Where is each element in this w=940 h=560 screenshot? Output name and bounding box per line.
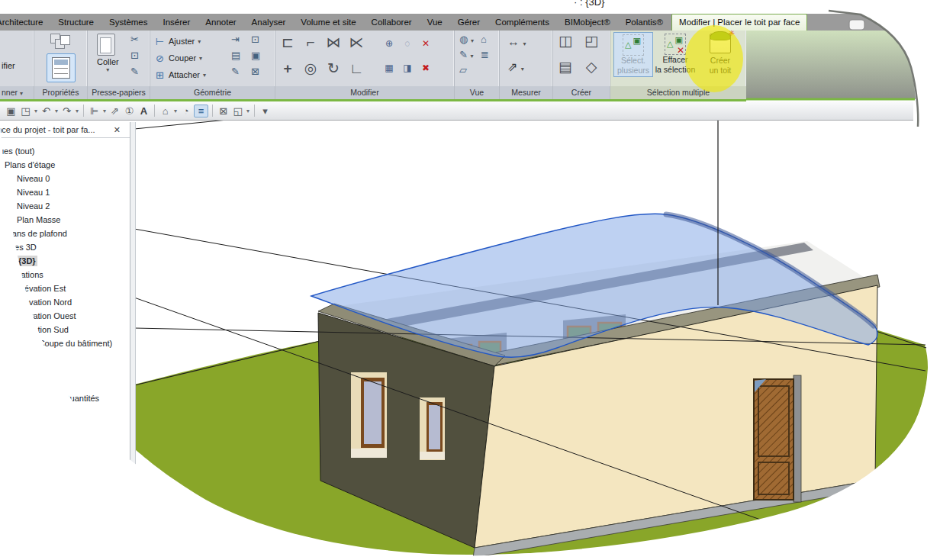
tree-item-elevation-ouest[interactable]: Élévation Ouest — [0, 309, 130, 323]
couper-button[interactable]: ⊘Couper▾ — [154, 50, 202, 66]
tab-complements[interactable]: Compléments — [488, 14, 556, 31]
offset-icon[interactable]: ⌐ — [301, 34, 320, 52]
clear-selection-icon: △▣ ✕ — [665, 34, 686, 55]
create-assembly-icon[interactable]: ▤ — [556, 58, 575, 76]
save-icon[interactable]: ▣ — [5, 105, 18, 117]
toolbar-separator — [83, 105, 84, 117]
ajuster-button[interactable]: ⊢Ajuster▾ — [154, 34, 201, 49]
toolbar-separator — [212, 105, 213, 117]
underlay-icon[interactable]: ≣ — [481, 49, 489, 60]
copy-icon[interactable]: ⊡ — [130, 50, 139, 61]
section-box-icon[interactable]: ▱ — [459, 64, 474, 76]
create-parts-icon[interactable]: ◇ — [582, 58, 600, 76]
copy-tool-icon[interactable]: ◎ — [301, 60, 320, 78]
array-icon[interactable]: ◨ — [401, 61, 414, 75]
select-panel-label-cut[interactable]: nner ▾ — [0, 86, 34, 99]
select-multiple-button[interactable]: △▣ Sélect. plusieurs — [613, 32, 653, 77]
tree-item-coupe-1[interactable]: Coupe 1 — [0, 350, 130, 364]
join-icon[interactable]: ▣ — [251, 50, 260, 61]
match-properties-icon[interactable]: ✎ — [130, 66, 139, 77]
tab-bimobject[interactable]: BIMobject® — [558, 14, 617, 31]
attacher-button[interactable]: ⊞Attacher▾ — [154, 67, 206, 82]
move-icon[interactable]: + — [278, 60, 297, 78]
measure-tool-icon[interactable]: ⊫ — [88, 105, 101, 117]
modifier-panel-label: Modifier — [275, 86, 454, 99]
mirror-draw-icon[interactable]: ⋉ — [347, 34, 365, 52]
create-similar-icon[interactable]: ◰ — [582, 32, 600, 50]
align-icon[interactable]: ⊏ — [278, 34, 297, 52]
tab-modifier-placer-toit[interactable]: Modifier | Placer le toit par face — [671, 14, 807, 31]
measure-icon[interactable]: ↔ ▾ — [507, 35, 526, 49]
default-3d-view-icon[interactable]: ⌂ — [159, 105, 172, 117]
delete-icon[interactable]: ✖ — [419, 61, 433, 75]
properties-button[interactable] — [47, 53, 76, 82]
cut-profile-icon[interactable]: ✎ ▾ — [459, 49, 474, 60]
demolish-icon[interactable]: ⊠ — [251, 66, 260, 77]
paste-button[interactable]: Coller ▾ — [97, 34, 119, 73]
close-hidden-windows-icon[interactable]: ⊠ — [217, 105, 230, 117]
tree-item-niveau-0[interactable]: Niveau 0 — [0, 172, 130, 185]
print-3d-icon[interactable]: ◳ — [19, 105, 32, 117]
tree-item-plan-masse[interactable]: Plan Masse — [0, 213, 130, 227]
tab-architecture[interactable]: Architecture — [0, 14, 50, 31]
tab-gerer[interactable]: Gérer — [451, 14, 487, 31]
aligned-dimension-icon[interactable]: ⇗ — [108, 105, 121, 117]
panel-vue: ◍ ▾ ✎ ▾ ▱ ⌂ ≣ Vue — [455, 31, 500, 99]
customize-toolbar-icon[interactable]: ▾ — [259, 105, 272, 117]
tab-vue[interactable]: Vue — [420, 14, 449, 31]
tab-polantis[interactable]: Polantis® — [619, 14, 670, 31]
unjoin-icon[interactable]: ⊡ — [251, 34, 260, 45]
tab-collaborer[interactable]: Collaborer — [365, 14, 419, 31]
tab-annoter[interactable]: Annoter — [198, 14, 243, 31]
dimension-icon[interactable]: ⇗ ▾ — [507, 60, 524, 74]
hidden-lines-icon[interactable]: ◍ ▾ — [459, 34, 474, 45]
tab-systemes[interactable]: Systèmes — [102, 14, 155, 31]
trim-icon[interactable]: ∟ — [347, 60, 365, 78]
tree-item-coupe-2[interactable]: Coupe 2 — [0, 364, 130, 378]
edit-profile-icon[interactable]: ✎ — [231, 66, 240, 77]
tree-item-elevation-est[interactable]: Élévation Est — [0, 282, 130, 295]
project-browser-title: Arborescence du projet - toit par fa... … — [0, 122, 130, 138]
panel-splitter[interactable] — [130, 122, 136, 560]
tree-item-elevation-sud[interactable]: Élévation Sud — [0, 323, 130, 336]
tree-item-vues-tout[interactable]: Vues (tout) — [0, 144, 130, 158]
tree-item-plans-plafond[interactable]: Plans de plafond — [0, 227, 130, 240]
mirror-axis-icon[interactable]: ⋈ — [324, 34, 343, 52]
tab-analyser[interactable]: Analyser — [245, 14, 293, 31]
tab-volume-et-site[interactable]: Volume et site — [294, 14, 362, 31]
display-model-icon[interactable]: ⌂ — [481, 34, 489, 45]
create-group-icon[interactable]: ◫ — [556, 32, 575, 50]
undo-icon[interactable]: ↶ — [40, 105, 53, 117]
type-selector-ic[interactable] — [50, 33, 69, 50]
text-tool-icon[interactable]: A — [137, 105, 150, 117]
wall-layers-icon[interactable]: ▤ — [231, 50, 240, 61]
beam-joins-icon[interactable]: ⇥ — [231, 34, 240, 45]
scale-icon[interactable]: ◌ — [401, 37, 414, 50]
modify-button-cut[interactable]: ifier — [2, 61, 15, 70]
tag-icon[interactable]: ① — [123, 105, 136, 117]
tab-structure[interactable]: Structure — [51, 14, 101, 31]
tree-item-niveau-1[interactable]: Niveau 1 — [0, 185, 130, 199]
close-icon[interactable]: ✕ — [114, 122, 121, 137]
split-icon[interactable]: ▦ — [382, 61, 396, 75]
tree-item-nomenclatures[interactable]: Nomenclatures/Quantités — [0, 391, 130, 405]
create-roof-icon — [710, 34, 731, 53]
tree-item-plans-etage[interactable]: Plans d'étage — [0, 158, 130, 172]
cascade-windows-icon[interactable]: ◱ — [231, 105, 244, 117]
clear-selection-button[interactable]: △▣ ✕ Effacer la sélection — [652, 34, 699, 75]
rotate-icon[interactable]: ↻ — [324, 60, 343, 78]
redo-icon[interactable]: ↷ — [60, 105, 73, 117]
render-icon[interactable]: ◔ — [179, 105, 192, 117]
tree-item-elevations[interactable]: Élévations — [0, 268, 130, 282]
cut-icon[interactable]: ✂ — [130, 34, 139, 45]
tree-item-vues-3d[interactable]: Vues 3D — [0, 240, 130, 254]
create-roof-button[interactable]: Créer un toit — [700, 34, 740, 76]
tab-inserer[interactable]: Insérer — [156, 14, 198, 31]
tree-item-niveau-2[interactable]: Niveau 2 — [0, 199, 130, 213]
unpin-icon[interactable]: ✕ — [419, 37, 433, 50]
pin-icon[interactable]: ⊕ — [382, 37, 396, 50]
tree-item-coupes[interactable]: Coupes (Coupe du bâtiment) — [0, 336, 130, 350]
visual-style-icon[interactable]: ≡ — [194, 105, 208, 117]
tree-item-elevation-nord[interactable]: Élévation Nord — [0, 295, 130, 309]
tree-item-3d-view[interactable]: {3D} — [0, 254, 130, 268]
